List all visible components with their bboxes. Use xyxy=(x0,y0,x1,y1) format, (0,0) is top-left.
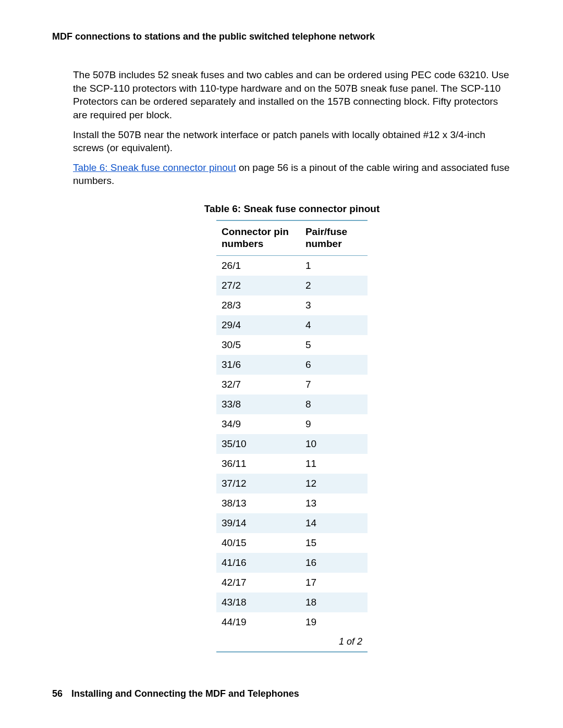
cell-pair-fuse: 6 xyxy=(300,355,368,375)
cell-connector-pin: 44/19 xyxy=(216,612,300,632)
table-row: 32/77 xyxy=(216,375,368,394)
cell-connector-pin: 31/6 xyxy=(216,355,300,375)
cell-pair-fuse: 5 xyxy=(300,335,368,355)
table-row: 27/22 xyxy=(216,276,368,295)
table-row: 37/1212 xyxy=(216,474,368,493)
cell-pair-fuse: 8 xyxy=(300,394,368,414)
book-title: Installing and Connecting the MDF and Te… xyxy=(71,688,299,699)
cell-connector-pin: 34/9 xyxy=(216,414,300,434)
paragraph-1: The 507B includes 52 sneak fuses and two… xyxy=(73,68,511,122)
cell-pair-fuse: 18 xyxy=(300,593,368,612)
table-row: 43/1818 xyxy=(216,593,368,612)
cell-pair-fuse: 10 xyxy=(300,434,368,454)
cell-connector-pin: 36/11 xyxy=(216,454,300,474)
table-row: 29/44 xyxy=(216,315,368,335)
cell-pair-fuse: 19 xyxy=(300,612,368,632)
paragraph-3: Table 6: Sneak fuse connector pinout on … xyxy=(73,161,511,188)
table-caption: Table 6: Sneak fuse connector pinout xyxy=(73,203,511,215)
table-row: 35/1010 xyxy=(216,434,368,454)
cell-connector-pin: 26/1 xyxy=(216,255,300,276)
body: The 507B includes 52 sneak fuses and two… xyxy=(73,68,511,652)
cell-pair-fuse: 17 xyxy=(300,573,368,593)
cell-pair-fuse: 16 xyxy=(300,553,368,573)
cell-pair-fuse: 7 xyxy=(300,375,368,394)
table-row: 33/88 xyxy=(216,394,368,414)
table-row: 26/11 xyxy=(216,255,368,276)
cell-connector-pin: 27/2 xyxy=(216,276,300,295)
cell-connector-pin: 41/16 xyxy=(216,553,300,573)
cell-pair-fuse: 13 xyxy=(300,493,368,513)
cell-connector-pin: 30/5 xyxy=(216,335,300,355)
table-row: 30/55 xyxy=(216,335,368,355)
table-row: 44/1919 xyxy=(216,612,368,632)
table-row: 38/1313 xyxy=(216,493,368,513)
cell-pair-fuse: 9 xyxy=(300,414,368,434)
cell-connector-pin: 33/8 xyxy=(216,394,300,414)
cell-connector-pin: 29/4 xyxy=(216,315,300,335)
table-row: 40/1515 xyxy=(216,533,368,553)
cell-pair-fuse: 1 xyxy=(300,255,368,276)
cell-pair-fuse: 2 xyxy=(300,276,368,295)
table-header-row: Connector pin numbers Pair/fuse number xyxy=(216,220,368,255)
cell-connector-pin: 35/10 xyxy=(216,434,300,454)
table-row: 34/99 xyxy=(216,414,368,434)
table-row: 31/66 xyxy=(216,355,368,375)
table-row: 42/1717 xyxy=(216,573,368,593)
running-header: MDF connections to stations and the publ… xyxy=(52,31,511,42)
page: MDF connections to stations and the publ… xyxy=(0,0,563,728)
cell-connector-pin: 43/18 xyxy=(216,593,300,612)
table-cross-reference-link[interactable]: Table 6: Sneak fuse connector pinout xyxy=(73,162,236,173)
col-header-connector-pin: Connector pin numbers xyxy=(216,220,300,255)
page-footer: 56 Installing and Connecting the MDF and… xyxy=(52,688,299,699)
cell-pair-fuse: 11 xyxy=(300,454,368,474)
cell-connector-pin: 40/15 xyxy=(216,533,300,553)
table-pagination: 1 of 2 xyxy=(216,632,368,652)
cell-connector-pin: 37/12 xyxy=(216,474,300,493)
table-row: 36/1111 xyxy=(216,454,368,474)
col-header-pair-fuse: Pair/fuse number xyxy=(300,220,368,255)
cell-connector-pin: 28/3 xyxy=(216,295,300,315)
cell-connector-pin: 38/13 xyxy=(216,493,300,513)
pinout-table: Connector pin numbers Pair/fuse number 2… xyxy=(216,220,368,652)
cell-pair-fuse: 14 xyxy=(300,513,368,533)
cell-connector-pin: 32/7 xyxy=(216,375,300,394)
cell-pair-fuse: 3 xyxy=(300,295,368,315)
table-row: 39/1414 xyxy=(216,513,368,533)
paragraph-2: Install the 507B near the network interf… xyxy=(73,128,511,155)
cell-pair-fuse: 4 xyxy=(300,315,368,335)
cell-pair-fuse: 12 xyxy=(300,474,368,493)
cell-pair-fuse: 15 xyxy=(300,533,368,553)
table-row: 28/33 xyxy=(216,295,368,315)
cell-connector-pin: 42/17 xyxy=(216,573,300,593)
cell-connector-pin: 39/14 xyxy=(216,513,300,533)
page-number: 56 xyxy=(52,688,63,699)
table-wrap: Connector pin numbers Pair/fuse number 2… xyxy=(73,220,511,652)
table-row: 41/1616 xyxy=(216,553,368,573)
table-pagination-row: 1 of 2 xyxy=(216,632,368,652)
